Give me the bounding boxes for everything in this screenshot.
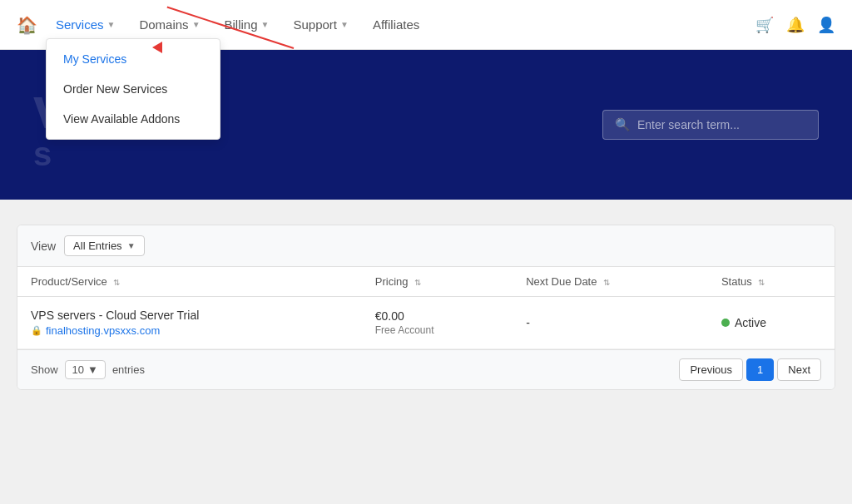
user-icon[interactable]: 👤 [817, 16, 835, 34]
service-product-cell: VPS servers - Cloud Server Trial 🔒 final… [17, 297, 362, 349]
table-header: Product/Service ⇅ Pricing ⇅ Next Due Dat… [17, 267, 835, 297]
card-footer: Show 10 ▼ entries Previous 1 Next [17, 349, 835, 389]
billing-label: Billing [225, 17, 258, 32]
col-next-due-sort: ⇅ [603, 278, 610, 287]
col-pricing-label: Pricing [375, 275, 409, 288]
page-1-button[interactable]: 1 [746, 358, 774, 381]
affiliates-menu[interactable]: Affiliates [363, 11, 429, 38]
next-button[interactable]: Next [777, 358, 821, 381]
services-label: Services [56, 17, 104, 32]
col-next-due-label: Next Due Date [526, 275, 597, 288]
view-select-dropdown[interactable]: All Entries ▼ [64, 235, 144, 256]
search-input[interactable] [637, 118, 806, 131]
billing-caret: ▼ [261, 20, 270, 29]
order-new-services-item[interactable]: Order New Services [47, 74, 220, 104]
next-due-value: - [526, 316, 530, 329]
entries-select[interactable]: 10 ▼ [65, 360, 106, 379]
service-domain: finalhosting.vpsxxs.com [46, 324, 160, 337]
view-available-addons-item[interactable]: View Available Addons [47, 104, 220, 134]
status-active: Active [721, 316, 821, 329]
pricing-label: Free Account [375, 324, 434, 336]
hero-text-line2: s [33, 137, 146, 170]
status-dot [721, 319, 730, 327]
view-label: View [31, 240, 56, 253]
home-icon[interactable]: 🏠 [17, 15, 37, 35]
view-select-value: All Entries [73, 240, 122, 252]
service-status-cell: Active [708, 297, 835, 349]
footer-left: Show 10 ▼ entries [31, 360, 145, 379]
col-status-sort: ⇅ [758, 278, 765, 287]
entries-label: entries [112, 363, 145, 376]
services-table-card: View All Entries ▼ Product/Service ⇅ Pri… [17, 225, 835, 390]
show-label: Show [31, 363, 58, 376]
previous-button[interactable]: Previous [679, 358, 743, 381]
entries-count: 10 [72, 363, 84, 376]
status-text: Active [735, 316, 766, 329]
billing-menu[interactable]: Billing ▼ [215, 11, 280, 38]
services-table: Product/Service ⇅ Pricing ⇅ Next Due Dat… [17, 267, 835, 349]
entries-select-caret: ▼ [87, 363, 98, 376]
col-product-label: Product/Service [31, 275, 107, 288]
support-label: Support [293, 17, 337, 32]
col-product-sort: ⇅ [113, 278, 120, 287]
main-content: View All Entries ▼ Product/Service ⇅ Pri… [0, 200, 852, 415]
view-select-caret: ▼ [127, 241, 136, 250]
nav-icons: 🛒 🔔 👤 [755, 16, 835, 34]
domains-caret: ▼ [192, 20, 201, 29]
pricing-amount: €0.00 [375, 309, 499, 323]
domains-label: Domains [139, 17, 188, 32]
hero-search-box: 🔍 [602, 110, 819, 140]
card-header: View All Entries ▼ [17, 225, 835, 267]
domains-menu[interactable]: Domains ▼ [129, 11, 210, 38]
services-nav-item: Services ▼ My Services Order New Service… [46, 11, 125, 38]
nav-items: Services ▼ My Services Order New Service… [46, 11, 755, 38]
service-pricing-cell: €0.00 Free Account [362, 297, 513, 349]
lock-icon: 🔒 [31, 325, 42, 336]
services-caret: ▼ [107, 20, 116, 29]
navbar: 🏠 Services ▼ My Services Order New Servi… [0, 0, 852, 50]
col-status[interactable]: Status ⇅ [708, 267, 835, 297]
my-services-item[interactable]: My Services [47, 44, 220, 74]
services-menu[interactable]: Services ▼ [46, 11, 125, 38]
bell-icon[interactable]: 🔔 [786, 16, 805, 34]
service-link[interactable]: 🔒 finalhosting.vpsxxs.com [31, 324, 349, 337]
search-icon: 🔍 [615, 117, 631, 132]
pagination: Previous 1 Next [679, 358, 821, 381]
col-pricing[interactable]: Pricing ⇅ [362, 267, 513, 297]
col-pricing-sort: ⇅ [414, 278, 421, 287]
col-product[interactable]: Product/Service ⇅ [17, 267, 362, 297]
col-status-label: Status [721, 275, 752, 288]
cart-icon[interactable]: 🛒 [755, 16, 774, 34]
service-next-due-cell: - [513, 297, 708, 349]
col-next-due[interactable]: Next Due Date ⇅ [513, 267, 708, 297]
table-body: VPS servers - Cloud Server Trial 🔒 final… [17, 297, 835, 349]
table-row: VPS servers - Cloud Server Trial 🔒 final… [17, 297, 835, 349]
affiliates-label: Affiliates [373, 17, 419, 32]
services-dropdown: My Services Order New Services View Avai… [46, 38, 220, 140]
support-caret: ▼ [340, 20, 349, 29]
support-menu[interactable]: Support ▼ [283, 11, 358, 38]
service-name: VPS servers - Cloud Server Trial [31, 309, 349, 322]
